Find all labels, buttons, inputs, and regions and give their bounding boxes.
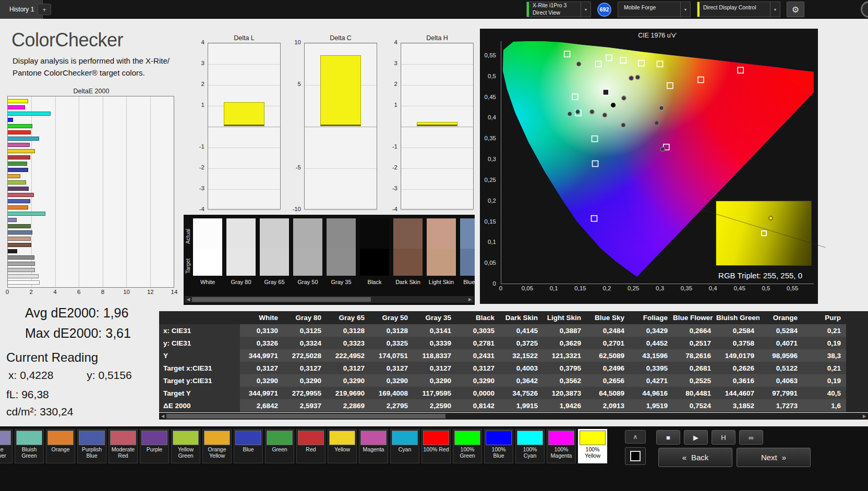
patch-button-moderate-red[interactable]: Moderate Red — [108, 429, 138, 463]
meter-selector[interactable]: X-Rite i1Pro 3 Direct View ▼ — [526, 2, 591, 17]
axis-tick-label: 0,25 — [485, 177, 496, 183]
next-chevrons-icon: » — [782, 453, 786, 462]
scroll-left-icon[interactable]: ◀ — [159, 413, 166, 420]
scrollbar-thumb[interactable] — [192, 297, 371, 302]
patch-button-orange[interactable]: Orange — [46, 429, 75, 463]
column-header: Foliage — [630, 311, 673, 324]
patch-button-100-red[interactable]: 100% Red — [421, 429, 451, 463]
cie-measured-point — [660, 147, 665, 151]
swatch-dark-skin[interactable]: Dark Skin — [393, 218, 423, 285]
patch-button-100-blue[interactable]: 100% Blue — [484, 429, 513, 463]
scrollbar-thumb[interactable] — [166, 414, 445, 419]
patch-button-100-yellow[interactable]: 100% Yellow — [578, 429, 607, 463]
table-cell: 0,3127 — [370, 362, 413, 374]
column-header: Orange — [760, 311, 803, 324]
back-button[interactable]: « Back — [658, 448, 732, 467]
swatch-gray-80[interactable]: Gray 80 — [226, 218, 256, 285]
table-cell: 0,4071 — [760, 337, 803, 349]
mini-body: 4321-1-2-3-4 — [387, 43, 476, 210]
actual-swatch — [393, 218, 423, 249]
max-de2000: Max dE2000: 3,61 — [25, 326, 131, 341]
patch-button-magenta[interactable]: Magenta — [359, 429, 388, 463]
table-cell: 0,3128 — [370, 324, 413, 337]
swatch-row: WhiteGray 80Gray 65Gray 50Gray 35BlackDa… — [193, 218, 475, 285]
patch-button-purplish-blue[interactable]: Purplish Blue — [77, 429, 106, 463]
cie-xticks: 00,050,10,150,20,250,30,350,40,450,50,55 — [480, 285, 818, 293]
patch-label: 100% Yellow — [580, 446, 606, 459]
patch-button-yellow-green[interactable]: Yellow Green — [171, 429, 200, 463]
target-swatch — [360, 249, 389, 276]
patch-swatch — [423, 431, 449, 445]
table-row: x: CIE310,31300,31250,31280,31280,31410,… — [159, 324, 846, 337]
patch-label: Blue — [235, 446, 261, 459]
axis-tick-label: 0,05 — [522, 285, 533, 291]
scroll-right-icon[interactable]: ▶ — [466, 296, 474, 303]
swatch-gray-50[interactable]: Gray 50 — [293, 218, 322, 285]
patch-button-yellow[interactable]: Yellow — [328, 429, 357, 463]
meter-text: X-Rite i1Pro 3 Direct View — [529, 2, 581, 17]
next-button[interactable]: Next » — [737, 448, 811, 467]
expand-patches-button[interactable]: ∧ — [625, 430, 646, 444]
column-header: Purp — [803, 311, 846, 324]
patch-button-100-magenta[interactable]: 100% Magenta — [547, 429, 576, 463]
meter-profile-badge[interactable]: 692 — [597, 3, 611, 17]
source-selector[interactable]: Mobile Forge ▼ — [618, 2, 691, 17]
chevron-down-icon: ▼ — [770, 2, 780, 17]
swatch-gray-65[interactable]: Gray 65 — [260, 218, 289, 285]
patch-button-red[interactable]: Red — [296, 429, 326, 463]
patch-button-orange-yellow[interactable]: Orange Yellow — [202, 429, 232, 463]
calman-colorchecker-screen: History 1 + X-Rite i1Pro 3 Direct View ▼… — [0, 0, 868, 491]
axis-tick-label: 0,1 — [550, 285, 558, 291]
gridline — [401, 106, 473, 106]
table-cell: 40,5 — [803, 387, 846, 399]
patch-label: 100% Blue — [486, 446, 512, 459]
continuous-measure-button[interactable]: ∞ — [739, 430, 763, 445]
mini-plot — [401, 43, 474, 210]
play-button[interactable]: ▶ — [684, 430, 708, 445]
settings-button[interactable]: ⚙ — [787, 2, 804, 17]
row-label: Target y:CIE31 — [159, 374, 240, 387]
swatch-scrollbar[interactable]: ◀ ▶ — [185, 296, 474, 303]
scroll-right-icon[interactable]: ▶ — [861, 413, 868, 420]
patch-button-100-cyan[interactable]: 100% Cyan — [515, 429, 545, 463]
mini-plot — [304, 43, 377, 210]
partial-circle-icon[interactable] — [861, 1, 868, 18]
swatch-gray-35[interactable]: Gray 35 — [327, 218, 356, 285]
axis-tick-label: 0,1 — [488, 239, 496, 245]
axis-tick-label: -4 — [199, 206, 204, 212]
patch-button-cyan[interactable]: Cyan — [390, 429, 419, 463]
patch-button-purple[interactable]: Purple — [140, 429, 169, 463]
scroll-left-icon[interactable]: ◀ — [185, 296, 192, 303]
table-cell: 222,4952 — [327, 349, 370, 362]
h-button[interactable]: H — [712, 430, 736, 445]
display-control-selector[interactable]: Direct Display Control ▼ — [697, 2, 780, 17]
table-cell: 118,8337 — [413, 349, 456, 362]
deltae-bar-light-skin — [8, 237, 31, 241]
table-scrollbar[interactable]: ◀ ▶ — [159, 413, 868, 420]
swatch-light-skin[interactable]: Light Skin — [427, 218, 456, 285]
table-cell: 2,0913 — [586, 399, 630, 412]
patch-button-blue[interactable]: Blue — [234, 429, 263, 463]
swatch-white[interactable]: White — [193, 218, 222, 285]
axis-tick-label: 1 — [201, 102, 204, 108]
patch-button-green[interactable]: Green — [265, 429, 294, 463]
table-cell: 0,4063 — [760, 374, 803, 387]
add-tab-button[interactable]: + — [38, 4, 51, 15]
column-header: Gray 50 — [370, 311, 413, 324]
gridline — [208, 189, 280, 190]
black-patch-button[interactable] — [625, 447, 646, 465]
measurement-table-grid: WhiteGray 80Gray 65Gray 50Gray 35BlackDa… — [159, 311, 846, 412]
patch-button-100-green[interactable]: 100% Green — [453, 429, 482, 463]
mini-ticks: 105-5-10 — [291, 43, 303, 210]
display-control-name: Direct Display Control — [703, 4, 766, 11]
swatch-blue-sky[interactable]: Blue Sky — [460, 218, 475, 285]
gridline — [305, 210, 377, 211]
target-swatch — [460, 249, 475, 276]
swatch-black[interactable]: Black — [360, 218, 389, 285]
table-cell: 0,3325 — [370, 337, 413, 349]
table-cell: 0,2496 — [586, 362, 630, 374]
patch-button-blue-flower[interactable]: Blue Flower — [0, 429, 13, 463]
patch-button-bluish-green[interactable]: Bluish Green — [15, 429, 44, 463]
axis-tick-label: 0,4 — [488, 114, 496, 120]
stop-button[interactable]: ■ — [656, 430, 680, 445]
